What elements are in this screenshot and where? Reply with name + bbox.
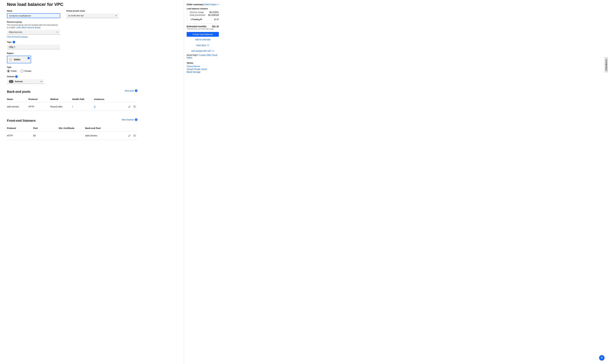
summary-region-select[interactable]: United States <box>203 3 219 6</box>
sample-api-link[interactable]: Get sample API call <box>187 48 219 54</box>
sample-api-label: Get sample API call <box>191 50 211 52</box>
view-docs-label: View docs <box>196 44 206 47</box>
chat-fab[interactable] <box>599 355 605 361</box>
col-instances: Instances <box>94 96 121 103</box>
cell-instances-link[interactable]: 3 <box>94 105 95 108</box>
col-health: Health Path <box>72 96 94 103</box>
summary-region-value: United States <box>203 3 217 6</box>
fip-value: $1.00 <box>214 18 219 21</box>
edit-icon[interactable] <box>128 105 131 108</box>
edit-icon[interactable] <box>128 134 131 137</box>
page-title: New load balancer for VPC <box>7 2 177 7</box>
cell-ssl <box>59 131 85 140</box>
est-value: $21.16 <box>212 25 219 28</box>
new-listener-button[interactable]: New listener + <box>122 118 137 121</box>
rg-learn-link[interactable]: Learn about resource groups <box>16 26 41 29</box>
chevron-down-icon <box>115 15 117 16</box>
fip-label: 1 Floating IP <box>191 18 202 21</box>
cell-name: web-servers <box>7 103 28 111</box>
chat-icon <box>600 356 603 359</box>
close-icon[interactable]: × <box>13 46 15 48</box>
frontend-title: Front-end listeners <box>7 119 36 122</box>
close-icon[interactable]: × <box>11 80 13 83</box>
col-pool: Back-end Pool <box>85 125 121 131</box>
est-note: *Estimate does not include data usage. <box>187 28 219 30</box>
name-label: Name <box>7 10 60 12</box>
tag-chip-label: billg <box>10 46 13 48</box>
frontend-table: Protocol Port SSL Certificate Back-end P… <box>7 125 137 140</box>
est-label: Estimated monthly <box>187 25 206 28</box>
remove-icon[interactable] <box>133 134 136 137</box>
svg-line-8 <box>12 58 12 59</box>
table-row: web-servers HTTP Round robin / 3 <box>7 103 137 111</box>
backend-title: Back-end pools <box>7 90 31 93</box>
remove-icon[interactable] <box>133 105 136 108</box>
cell-protocol: HTTP <box>7 131 33 140</box>
region-icon <box>9 58 12 61</box>
col-ssl: SSL Certificate <box>59 125 85 131</box>
type-radio-public[interactable]: Public <box>7 70 17 73</box>
rg-viewall-link[interactable]: View all resource groups <box>7 36 60 38</box>
new-pool-label: New pool <box>125 90 134 92</box>
chevron-down-icon <box>40 81 42 82</box>
cell-health: / <box>72 103 94 111</box>
col-port: Port <box>33 125 59 131</box>
subnets-text: Subnets <box>15 80 23 83</box>
tag-chip: billg × <box>8 46 16 48</box>
tags-input[interactable]: billg × <box>7 45 60 49</box>
svg-line-5 <box>10 58 10 59</box>
terms-link-vs[interactable]: Virtual Server <box>187 65 219 68</box>
rg-select[interactable]: billg-resources <box>7 30 60 35</box>
region-value: Dallas <box>14 58 20 61</box>
add-estimate-link[interactable]: Add to estimate <box>187 37 219 42</box>
table-row: HTTP 80 web-servers <box>7 131 137 140</box>
plus-icon: + <box>135 90 137 92</box>
col-method: Method <box>50 96 72 103</box>
chevron-down-icon <box>57 32 58 33</box>
region-label: Region <box>7 52 177 54</box>
data-label: Data processed <box>187 14 205 16</box>
terms-heading: Terms <box>187 62 219 64</box>
subnets-count-pill: 3 × <box>9 80 13 83</box>
type-radio-private[interactable]: Private <box>21 70 31 73</box>
new-pool-button[interactable]: New pool + <box>125 90 137 92</box>
backend-table: Name Protocol Method Health Path Instanc… <box>7 96 137 111</box>
terms-link-block[interactable]: Block Storage <box>187 71 219 73</box>
cell-pool: web-servers <box>85 131 121 140</box>
col-name: Name <box>7 96 28 103</box>
cell-port: 80 <box>33 131 59 140</box>
subnets-select[interactable]: 3 × Subnets <box>7 79 44 84</box>
cell-protocol: HTTP <box>28 103 50 111</box>
vpc-select[interactable]: us-south-dev-vpc <box>66 13 119 18</box>
new-listener-label: New listener <box>122 118 134 121</box>
tags-label: Tags: <box>7 41 12 43</box>
order-summary-panel: Order summary United States Load balance… <box>184 0 222 364</box>
feedback-tab[interactable]: FEEDBACK <box>605 57 608 72</box>
rg-label: Resource group <box>7 21 60 23</box>
vpc-value: us-south-dev-vpc <box>68 14 84 17</box>
view-docs-link[interactable]: View docs <box>187 42 219 48</box>
col-protocol: Protocol <box>7 125 33 131</box>
chevron-down-icon <box>217 4 219 5</box>
create-button[interactable]: Create load balancer <box>187 32 219 37</box>
info-icon[interactable]: i <box>15 75 18 78</box>
svg-line-7 <box>10 60 10 61</box>
terms-link-vpc[interactable]: Virtual Private Cloud <box>187 68 219 71</box>
svg-rect-13 <box>208 44 209 46</box>
summary-title: Order summary <box>187 3 203 6</box>
type-label: Type <box>7 66 177 68</box>
info-icon[interactable]: i <box>13 41 15 43</box>
type-private-label: Private <box>24 70 31 72</box>
col-protocol: Protocol <box>28 96 50 103</box>
svg-line-6 <box>12 60 12 61</box>
usage-value: $0.028/hr <box>210 11 219 13</box>
svg-point-0 <box>10 59 11 60</box>
data-value: $0.008/GB <box>208 14 219 16</box>
plus-icon: + <box>135 118 137 121</box>
type-public-label: Public <box>11 70 17 72</box>
checkmark-icon: ✓ <box>27 57 30 59</box>
region-tile-dallas[interactable]: ✓ Dallas <box>7 56 31 63</box>
name-input[interactable] <box>7 13 60 18</box>
cell-method: Round robin <box>50 103 72 111</box>
usage-label: Service usage <box>187 11 204 13</box>
